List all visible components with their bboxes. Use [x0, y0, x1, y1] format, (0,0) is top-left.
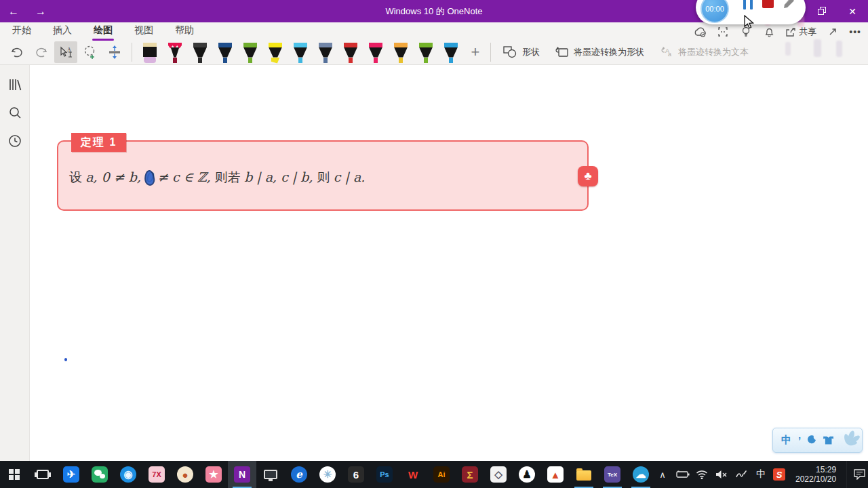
window-controls: ✕	[806, 0, 868, 22]
taskbar-task-view[interactable]	[28, 461, 57, 488]
ime-punctuation-toggle[interactable]: ’	[798, 434, 801, 446]
illustrator-icon: Ai	[433, 466, 450, 483]
taskbar-flower-app[interactable]: ✳	[313, 461, 342, 488]
taskbar-edge[interactable]: e	[285, 461, 313, 488]
ime-moon-icon[interactable]	[808, 435, 816, 446]
ink-to-text-button[interactable]: Aa 将墨迹转换为文本	[659, 46, 749, 58]
sogou-ime-icon[interactable]: S	[773, 468, 785, 481]
share-button[interactable]: 共享	[785, 26, 816, 38]
sync-status-icon[interactable]	[693, 25, 707, 39]
toolbar-divider-2	[490, 43, 491, 62]
more-options-button[interactable]: •••	[849, 26, 861, 37]
pen-dark-blue[interactable]	[217, 43, 233, 64]
undo-button[interactable]	[5, 41, 28, 63]
annotate-pencil-button[interactable]	[781, 0, 796, 13]
paint-app-icon: ●	[177, 466, 193, 483]
taskbar-paint-app[interactable]: ●	[171, 461, 199, 488]
pen-blue-band	[444, 43, 458, 47]
eraser[interactable]	[142, 43, 158, 64]
select-tool-button[interactable]: A	[54, 41, 77, 63]
close-button[interactable]: ✕	[837, 0, 868, 22]
ink-to-shape-button[interactable]: 将墨迹转换为形状	[555, 46, 644, 58]
wechat-icon	[92, 466, 108, 483]
ime-language-indicator[interactable]: 中	[753, 461, 768, 488]
club-button[interactable]: ♣	[578, 166, 598, 186]
windows-ink-icon[interactable]	[734, 461, 749, 488]
notebooks-icon[interactable]	[7, 77, 22, 92]
share-icon	[785, 27, 796, 37]
ime-toolbar[interactable]: 中 ’	[772, 428, 863, 453]
math-segment: 则	[317, 170, 334, 184]
fullscreen-arrow-icon[interactable]	[826, 25, 840, 39]
pen-black-body	[193, 47, 207, 58]
pen-pink-band	[369, 43, 382, 47]
taskbar-messaging-app[interactable]: ✈	[57, 461, 85, 488]
recording-timer: 00:00	[701, 0, 729, 23]
pen-green-2[interactable]	[418, 43, 434, 64]
toolbar-divider	[132, 43, 132, 62]
taskbar-wps-office[interactable]: W	[399, 461, 427, 488]
taskbar-start[interactable]	[0, 461, 28, 488]
taskbar-screen-recorder-app[interactable]: ◉	[114, 461, 142, 488]
menu-tab-insert[interactable]: 插入	[52, 23, 73, 39]
taskbar-geogebra[interactable]: ◇	[484, 461, 513, 488]
pen-green[interactable]	[242, 43, 258, 64]
action-center-button[interactable]	[846, 461, 868, 488]
stop-recording-button[interactable]	[762, 0, 774, 8]
taskbar-file-explorer[interactable]	[570, 461, 598, 488]
tray-chevron-icon[interactable]: ∧	[655, 461, 670, 488]
notifications-bell-icon[interactable]	[762, 25, 776, 39]
taskbar-app-7x[interactable]: 7X	[142, 461, 171, 488]
onenote-icon: N	[234, 466, 250, 483]
recent-notes-icon[interactable]	[7, 134, 22, 148]
pen-black[interactable]	[192, 43, 208, 64]
taskbar-pink-app[interactable]: ★	[199, 461, 228, 488]
taskbar-sigma-app[interactable]: Σ	[456, 461, 484, 488]
math-segment: a, 0 ≠ b,	[85, 169, 145, 184]
add-pen-button[interactable]: +	[466, 43, 485, 61]
pen-red[interactable]	[342, 43, 359, 64]
search-icon[interactable]	[7, 106, 22, 121]
taskbar-cloud-browser-app[interactable]: ☁	[627, 461, 655, 488]
pen-pink[interactable]	[368, 43, 384, 64]
pen-light-blue[interactable]	[292, 43, 309, 64]
taskbar-netdisk-app[interactable]: ▲	[541, 461, 570, 488]
svg-text:a: a	[668, 51, 671, 58]
pen-green-2-tip	[424, 58, 428, 63]
taskbar-wechat[interactable]	[85, 461, 114, 488]
messaging-app-icon: ✈	[63, 466, 79, 483]
theorem-box[interactable]: 定理 1 设 a, 0 ≠ b, 0 ≠ c ∈ ℤ, 则若 b | a, c …	[57, 140, 589, 211]
insert-space-button[interactable]	[103, 41, 126, 63]
restore-button[interactable]	[806, 0, 837, 22]
taskbar-clock[interactable]: 15:29 2022/10/20	[790, 465, 842, 484]
taskbar-onenote[interactable]: N	[228, 461, 256, 488]
pen-amber[interactable]	[393, 43, 409, 64]
ime-skin-icon[interactable]	[823, 436, 833, 445]
shapes-button[interactable]: 形状	[503, 46, 540, 58]
menu-tab-draw[interactable]: 绘图	[92, 23, 114, 39]
pen-galaxy[interactable]	[317, 43, 334, 64]
pencil-crimson-body	[168, 47, 182, 58]
pencil-crimson[interactable]	[167, 43, 183, 64]
highlighter-yellow[interactable]	[267, 43, 283, 64]
menu-tab-home[interactable]: 开始	[11, 23, 33, 39]
taskbar-pencil-6-app[interactable]: 6	[342, 461, 370, 488]
taskbar-photoshop[interactable]: Ps	[370, 461, 399, 488]
pause-recording-button[interactable]	[743, 0, 753, 9]
taskbar-illustrator[interactable]: Ai	[427, 461, 456, 488]
lasso-select-button[interactable]	[79, 41, 102, 63]
wifi-icon[interactable]	[694, 461, 709, 488]
taskbar-monitor-app[interactable]	[256, 461, 285, 488]
menu-tab-help[interactable]: 帮助	[174, 23, 195, 39]
battery-icon[interactable]	[675, 461, 690, 488]
menu-tab-view[interactable]: 视图	[133, 23, 155, 39]
redo-button[interactable]	[30, 41, 53, 63]
ink-replay-icon[interactable]	[716, 25, 730, 39]
taskbar-tex-app[interactable]: TeX	[598, 461, 627, 488]
pen-blue[interactable]	[443, 43, 459, 64]
clock-time: 15:29	[795, 465, 836, 474]
draw-toolbar: A + 形状 将墨迹转换为形状 Aa 将墨迹转换为文本	[0, 39, 868, 65]
ime-mode-chinese[interactable]: 中	[781, 434, 791, 447]
volume-muted-icon[interactable]	[714, 461, 729, 488]
taskbar-qq[interactable]: ♟	[513, 461, 541, 488]
